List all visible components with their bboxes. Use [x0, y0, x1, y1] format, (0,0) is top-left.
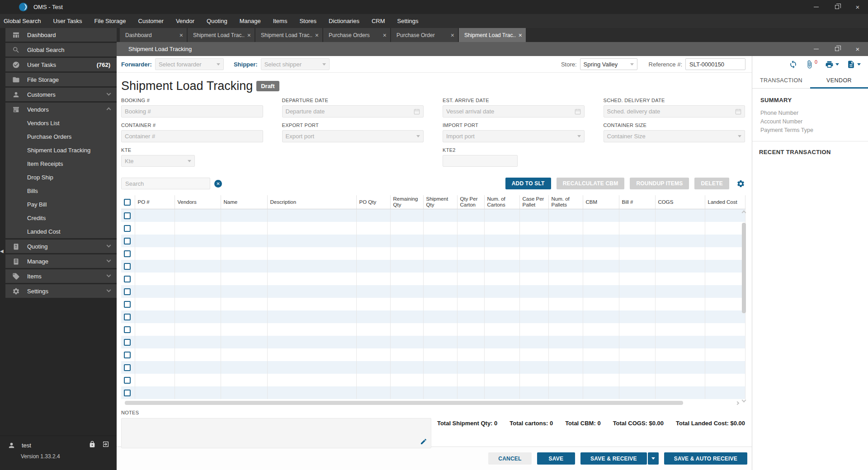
menu-user-tasks[interactable]: User Tasks [53, 18, 82, 24]
sidebar-item-quoting[interactable]: Quoting [5, 240, 117, 253]
scroll-up-icon[interactable] [742, 211, 746, 215]
refresh-icon[interactable] [789, 60, 797, 69]
row-checkbox[interactable] [124, 339, 131, 346]
kte2-input[interactable] [443, 155, 518, 167]
row-checkbox[interactable] [124, 276, 131, 282]
column-header[interactable]: Shipment Qty [423, 195, 457, 209]
horizontal-scrollbar[interactable] [121, 400, 745, 406]
container-input[interactable]: Container # [121, 130, 263, 142]
menu-items[interactable]: Items [273, 18, 288, 24]
sidebar-item-settings[interactable]: Settings [5, 284, 117, 298]
row-checkbox[interactable] [124, 288, 131, 295]
tab-vendor[interactable]: VENDOR [810, 73, 868, 88]
store-select[interactable]: Spring Valley [580, 58, 637, 70]
sidebar-item-global-search[interactable]: Global Search [5, 43, 117, 56]
doc-minimize-button[interactable] [806, 42, 826, 56]
reference-input[interactable] [685, 58, 745, 70]
kte-select[interactable]: Kte [121, 155, 195, 167]
container-size-select[interactable]: Container Size [604, 130, 745, 142]
print-icon[interactable] [825, 60, 839, 69]
minimize-button[interactable] [806, 0, 826, 14]
recalculate-cbm-button[interactable]: RECALCULATE CBM [557, 178, 625, 189]
row-checkbox[interactable] [124, 238, 131, 244]
departure-date-input[interactable]: Departure date [282, 105, 424, 118]
cancel-button[interactable]: CANCEL [488, 452, 531, 465]
table-settings-gear-icon[interactable] [736, 179, 745, 188]
sidebar-collapse-arrow[interactable]: ◀ [0, 249, 4, 254]
sidebar-item-vendors-list[interactable]: Vendors List [5, 116, 117, 130]
close-icon[interactable]: × [451, 32, 454, 39]
clear-search-button[interactable]: ✕ [214, 180, 222, 188]
scrollbar-thumb[interactable] [742, 223, 746, 313]
save-button[interactable]: SAVE [537, 452, 576, 465]
sidebar-item-user-tasks[interactable]: User Tasks (762) [5, 58, 117, 71]
close-icon[interactable]: × [519, 32, 522, 39]
close-icon[interactable]: × [315, 32, 319, 39]
add-to-slt-button[interactable]: ADD TO SLT [505, 178, 551, 189]
menu-customer[interactable]: Customer [138, 18, 164, 24]
sidebar-item-vendors[interactable]: Vendors [5, 103, 117, 116]
sidebar-item-item-receipts[interactable]: Item Receipts [5, 157, 117, 170]
menu-dictionaries[interactable]: Dictionaries [329, 18, 359, 24]
menu-crm[interactable]: CRM [372, 18, 385, 24]
vertical-scrollbar[interactable] [741, 209, 747, 404]
booking-input[interactable]: Booking # [121, 105, 263, 118]
menu-settings[interactable]: Settings [397, 18, 419, 24]
column-header[interactable]: Description [267, 195, 356, 209]
est-arrive-date-input[interactable]: Vessel arrival date [443, 105, 585, 118]
sidebar-item-dashboard[interactable]: Dashboard [5, 28, 117, 42]
export-port-select[interactable]: Export port [282, 130, 424, 142]
tab-shipment-load-tracking-2[interactable]: Shipment Load Trac...× [255, 28, 322, 42]
column-header[interactable]: Remaining Qty [390, 195, 423, 209]
row-checkbox[interactable] [124, 225, 131, 232]
roundup-items-button[interactable]: ROUNDUP ITEMS [630, 178, 689, 189]
close-icon[interactable]: × [179, 32, 183, 39]
lock-icon[interactable] [89, 441, 96, 450]
save-and-receive-dropdown-button[interactable] [648, 452, 659, 465]
row-checkbox[interactable] [124, 250, 131, 257]
sidebar-item-landed-cost[interactable]: Landed Cost [5, 225, 117, 238]
column-header[interactable]: COGS [655, 195, 705, 209]
save-and-receive-button[interactable]: SAVE & RECEIVE [580, 452, 647, 465]
column-header[interactable]: Num. of Cartons [484, 195, 519, 209]
row-checkbox[interactable] [124, 263, 131, 270]
search-input[interactable] [121, 178, 210, 189]
tab-purchase-orders[interactable]: Purchase Orders× [323, 28, 390, 42]
menu-stores[interactable]: Stores [299, 18, 316, 24]
tab-shipment-load-tracking-1[interactable]: Shipment Load Trac...× [188, 28, 255, 42]
column-header[interactable]: Num. of Pallets [548, 195, 583, 209]
row-checkbox[interactable] [124, 212, 131, 219]
sidebar-item-drop-ship[interactable]: Drop Ship [5, 170, 117, 184]
document-icon[interactable] [847, 60, 861, 69]
row-checkbox[interactable] [124, 314, 131, 320]
restore-button[interactable] [826, 0, 847, 14]
column-header[interactable]: Vendors [175, 195, 221, 209]
shipper-select[interactable]: Select shipper [261, 58, 330, 70]
column-header[interactable]: Name [221, 195, 267, 209]
close-icon[interactable]: × [383, 32, 387, 39]
column-header[interactable]: Qty Per Carton [457, 195, 484, 209]
logout-icon[interactable] [102, 441, 109, 450]
row-checkbox[interactable] [124, 364, 131, 371]
sidebar-item-items[interactable]: Items [5, 269, 117, 283]
tab-purchase-order[interactable]: Purchase Order× [391, 28, 458, 42]
sidebar-item-shipment-load-tracking[interactable]: Shipment Load Tracking [5, 143, 117, 157]
sidebar-item-credits[interactable]: Credits [5, 211, 117, 225]
row-checkbox[interactable] [124, 352, 131, 358]
row-checkbox[interactable] [124, 301, 131, 308]
doc-close-button[interactable]: × [847, 42, 868, 56]
row-checkbox[interactable] [124, 390, 131, 396]
menu-global-search[interactable]: Global Search [4, 18, 41, 24]
sidebar-item-manage[interactable]: Manage [5, 254, 117, 268]
sidebar-item-pay-bill[interactable]: Pay Bill [5, 197, 117, 211]
forwarder-select[interactable]: Select forwarder [155, 58, 224, 70]
column-header[interactable]: PO Qty [356, 195, 390, 209]
close-button[interactable]: × [847, 0, 868, 14]
scroll-right-icon[interactable] [736, 401, 739, 405]
menu-quoting[interactable]: Quoting [207, 18, 227, 24]
row-checkbox[interactable] [124, 377, 131, 384]
delete-button[interactable]: DELETE [694, 178, 729, 189]
scrollbar-thumb[interactable] [125, 401, 683, 405]
menu-vendor[interactable]: Vendor [176, 18, 194, 24]
menu-file-storage[interactable]: File Storage [94, 18, 126, 24]
